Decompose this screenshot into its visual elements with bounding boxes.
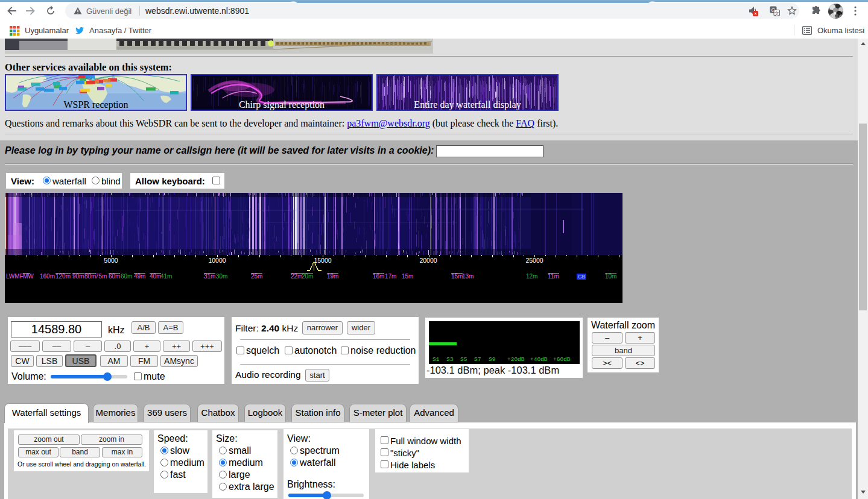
- svg-text:22m: 22m: [291, 273, 302, 280]
- svg-text:17m: 17m: [385, 273, 396, 280]
- svg-text:41m: 41m: [160, 273, 172, 280]
- svg-text:+60dB: +60dB: [553, 356, 571, 363]
- svg-text:49m: 49m: [134, 273, 145, 280]
- svg-text:MW: MW: [23, 273, 34, 280]
- svg-text:40m: 40m: [150, 273, 161, 280]
- svg-text:25m: 25m: [251, 273, 262, 280]
- svg-text:LWMF: LWMF: [6, 273, 24, 280]
- svg-text:60m: 60m: [121, 273, 132, 280]
- svg-text:16m: 16m: [373, 273, 384, 280]
- svg-text:15000: 15000: [314, 257, 331, 264]
- svg-text:13m: 13m: [462, 273, 474, 280]
- svg-text:15m: 15m: [451, 273, 463, 280]
- svg-text:90m: 90m: [72, 273, 84, 280]
- svg-text:5000: 5000: [104, 257, 118, 264]
- svg-text:10m: 10m: [605, 273, 616, 280]
- svg-text:12m: 12m: [526, 273, 537, 280]
- svg-text:75m: 75m: [95, 273, 107, 280]
- svg-text:19m: 19m: [327, 273, 338, 280]
- svg-text:15m: 15m: [402, 273, 413, 280]
- svg-text:31m: 31m: [204, 273, 215, 280]
- svg-text:S3: S3: [446, 356, 454, 363]
- svg-text:20m: 20m: [302, 273, 313, 280]
- svg-text:S5: S5: [460, 356, 467, 363]
- svg-text:10000: 10000: [208, 257, 226, 264]
- svg-text:S9: S9: [489, 356, 496, 363]
- svg-text:+20dB: +20dB: [507, 356, 525, 363]
- svg-text:+40dB: +40dB: [530, 356, 548, 363]
- svg-text:20000: 20000: [419, 257, 437, 264]
- svg-text:160m: 160m: [40, 273, 55, 280]
- svg-text:11m: 11m: [548, 273, 559, 280]
- svg-text:60m: 60m: [109, 273, 120, 280]
- svg-text:120m: 120m: [55, 273, 71, 280]
- svg-text:文: 文: [775, 11, 779, 16]
- svg-text:S7: S7: [474, 356, 481, 363]
- svg-text:S1: S1: [432, 356, 440, 363]
- svg-text:30m: 30m: [216, 273, 227, 280]
- svg-text:CB: CB: [578, 274, 586, 280]
- svg-text:80m: 80m: [84, 273, 96, 280]
- svg-text:25000: 25000: [525, 257, 543, 264]
